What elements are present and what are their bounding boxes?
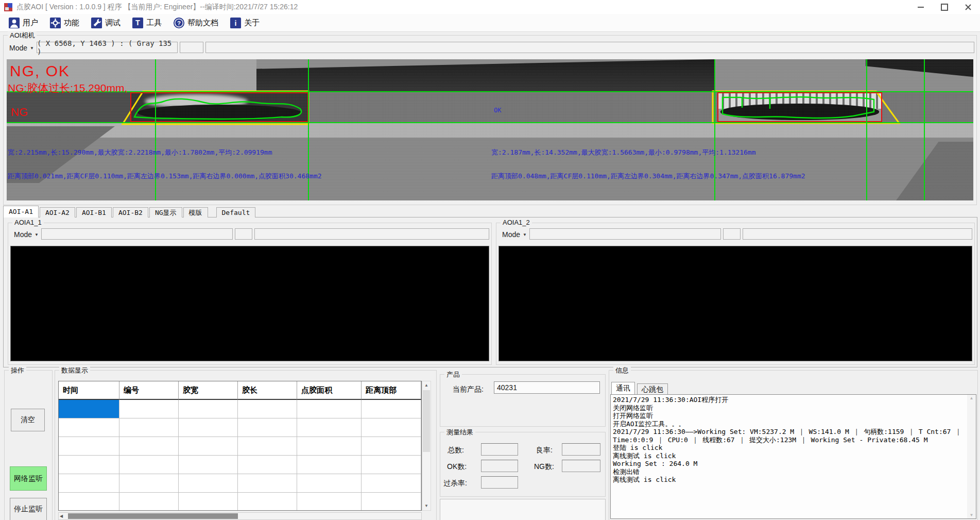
table-cell[interactable] xyxy=(59,437,119,456)
table-cell[interactable] xyxy=(238,437,297,456)
toolbar-button-help-doc[interactable]: ?帮助文档 xyxy=(171,16,220,30)
scroll-down-icon[interactable]: ▼ xyxy=(422,502,431,510)
table-cell[interactable] xyxy=(238,456,297,474)
toolbar-button-function[interactable]: 功能 xyxy=(47,16,81,30)
total-field[interactable] xyxy=(481,443,518,456)
green-contour-left xyxy=(132,93,307,121)
tab-default[interactable]: Default xyxy=(216,207,256,217)
table-cell[interactable] xyxy=(362,493,421,511)
table-cell[interactable] xyxy=(59,418,119,437)
table-cell[interactable] xyxy=(297,437,362,456)
toolbar-button-debug[interactable]: 调试 xyxy=(89,16,123,30)
table-cell[interactable] xyxy=(179,400,238,418)
table-cell[interactable] xyxy=(238,418,297,437)
table-cell[interactable] xyxy=(362,456,421,474)
table-cell[interactable] xyxy=(238,400,297,418)
data-display-group: 数据显示 时间编号胶宽胶长点胶面积距离顶部 ▲ ▼ ◀ xyxy=(55,370,437,520)
panel2-field-3[interactable] xyxy=(743,228,972,240)
window-title: 点胶AOI [ Version : 1.0.0.9 ] 程序 【当前用户: En… xyxy=(16,3,298,12)
scroll-down-icon[interactable]: ▼ xyxy=(967,513,976,517)
table-cell[interactable] xyxy=(59,493,119,511)
table-cell[interactable] xyxy=(119,437,179,456)
scroll-up-icon[interactable]: ▲ xyxy=(967,396,976,400)
panel1-field-3[interactable] xyxy=(254,228,489,240)
ng-count-field[interactable] xyxy=(562,460,600,472)
panel1-mode-dropdown[interactable]: Mode ▼ xyxy=(10,228,42,241)
scrollbar-thumb[interactable] xyxy=(68,513,238,519)
table-cell[interactable] xyxy=(119,400,179,418)
table-cell[interactable] xyxy=(362,437,421,456)
tab-aoi-b1[interactable]: AOI-B1 xyxy=(76,207,112,217)
table-cell[interactable] xyxy=(238,493,297,511)
minimize-icon[interactable] xyxy=(909,0,933,14)
data-table: 时间编号胶宽胶长点胶面积距离顶部 xyxy=(58,381,422,511)
info-tab-comm[interactable]: 通讯 xyxy=(611,382,635,394)
panel1-field-2[interactable] xyxy=(235,228,252,240)
table-vertical-scrollbar[interactable]: ▲ ▼ xyxy=(422,381,431,511)
table-cell[interactable] xyxy=(179,418,238,437)
toolbar-button-user[interactable]: 用户 xyxy=(6,16,40,30)
table-horizontal-scrollbar[interactable]: ◀ xyxy=(58,512,422,520)
scroll-left-icon[interactable]: ◀ xyxy=(60,513,63,520)
panel2-field-2[interactable] xyxy=(723,228,741,240)
tab-template[interactable]: 模版 xyxy=(183,207,208,217)
log-line: Working Set : 264.0 M xyxy=(613,460,966,468)
tools-icon: T xyxy=(132,17,144,29)
table-cell[interactable] xyxy=(59,456,119,474)
table-cell[interactable] xyxy=(179,437,238,456)
table-cell[interactable] xyxy=(297,493,362,511)
info-tab-heartbeat[interactable]: 心跳包 xyxy=(637,383,668,394)
table-cell[interactable] xyxy=(119,493,179,511)
clear-button[interactable]: 清空 xyxy=(11,409,45,431)
close-icon[interactable] xyxy=(956,0,980,14)
panel2-image-viewport[interactable] xyxy=(498,246,972,361)
maximize-icon[interactable] xyxy=(933,0,956,14)
info-group: 信息 通讯心跳包 2021/7/29 11:36:30:AOI程序打开关闭网络监… xyxy=(609,370,978,520)
table-header-cell: 胶宽 xyxy=(179,381,238,400)
log-scrollbar[interactable]: ▲ ▼ xyxy=(967,395,976,518)
table-cell[interactable] xyxy=(297,400,362,418)
panel2-field-1[interactable] xyxy=(529,228,721,240)
table-cell[interactable] xyxy=(297,474,362,493)
log-line: 登陆 is click xyxy=(613,444,966,452)
table-cell[interactable] xyxy=(119,474,179,493)
table-cell[interactable] xyxy=(362,474,421,493)
camera-field-2[interactable] xyxy=(180,42,203,53)
stop-listen-button[interactable]: 停止监听 xyxy=(10,498,47,520)
camera-coordinate-field[interactable]: ( X 6568, Y 1463 ) : ( Gray 135 ) xyxy=(37,42,178,53)
table-cell[interactable] xyxy=(179,456,238,474)
table-cell[interactable] xyxy=(179,474,238,493)
tab-aoi-a2[interactable]: AOI-A2 xyxy=(40,207,75,217)
table-cell[interactable] xyxy=(119,456,179,474)
panel1-image-viewport[interactable] xyxy=(10,246,489,361)
product-group-label: 产品 xyxy=(444,370,462,379)
current-product-field[interactable]: 40231 xyxy=(494,381,600,394)
scroll-up-icon[interactable]: ▲ xyxy=(422,381,431,390)
scrollbar-thumb[interactable] xyxy=(423,390,430,452)
ng-label: NG xyxy=(11,106,28,119)
table-cell[interactable] xyxy=(297,456,362,474)
toolbar-button-tools[interactable]: T工具 xyxy=(130,16,164,30)
table-cell[interactable] xyxy=(362,400,421,418)
table-cell[interactable] xyxy=(297,418,362,437)
selected-table-cell[interactable] xyxy=(59,400,119,418)
table-cell[interactable] xyxy=(119,418,179,437)
table-cell[interactable] xyxy=(179,493,238,511)
toolbar-button-about[interactable]: i关于 xyxy=(228,16,262,30)
table-cell[interactable] xyxy=(59,474,119,493)
tab-aoi-b2[interactable]: AOI-B2 xyxy=(113,207,148,217)
panel2-mode-dropdown[interactable]: Mode ▼ xyxy=(498,228,530,241)
panel1-field-1[interactable] xyxy=(41,228,233,240)
green-contour-right xyxy=(719,93,881,121)
tab-ng-display[interactable]: NG显示 xyxy=(149,207,182,217)
table-cell[interactable] xyxy=(362,418,421,437)
tab-aoi-a1[interactable]: AOI-A1 xyxy=(3,206,39,217)
table-cell[interactable] xyxy=(238,474,297,493)
yield-rate-field[interactable] xyxy=(562,443,600,456)
camera-mode-dropdown[interactable]: Mode ▼ xyxy=(6,42,38,54)
camera-field-3[interactable] xyxy=(205,42,974,53)
network-listen-button[interactable]: 网络监听 xyxy=(10,466,47,491)
ok-count-field[interactable] xyxy=(481,460,518,472)
overkill-rate-field[interactable] xyxy=(481,476,518,489)
camera-image[interactable]: NG, OK NG:胶体过长:15.290mm, NG OK 宽:2.215mm… xyxy=(7,59,973,200)
